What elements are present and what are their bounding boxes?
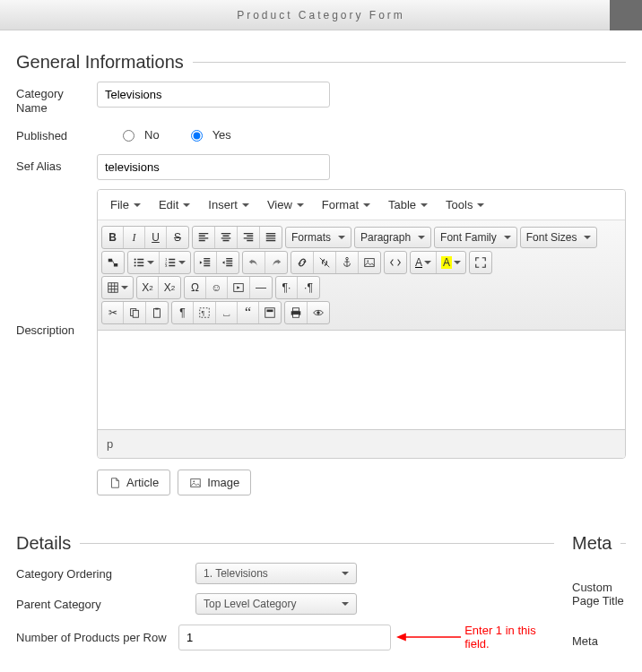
editor-menubar: File Edit Insert View Format Table Tools (98, 190, 625, 220)
fontsizes-dropdown[interactable]: Font Sizes (520, 227, 598, 248)
hr-button[interactable]: — (250, 277, 272, 298)
parent-category-select[interactable]: Top Level Category (195, 593, 357, 615)
nbsp-button[interactable]: ⎵ (216, 302, 238, 323)
svg-point-24 (194, 480, 195, 482)
image-button[interactable] (359, 252, 380, 273)
formats-dropdown[interactable]: Formats (285, 227, 351, 248)
blockquote-button[interactable]: “ (238, 302, 259, 323)
editor-toolbars: B I U S Formats (98, 220, 625, 331)
underline-button[interactable]: U (145, 227, 167, 248)
show-invisible-button[interactable]: ¶ (172, 302, 194, 323)
align-right-button[interactable] (238, 227, 260, 248)
page-title: Product Category Form (237, 9, 405, 22)
insert-image-button[interactable]: Image (178, 470, 251, 495)
svg-rect-14 (155, 308, 159, 310)
titlebar-right-block (610, 0, 642, 30)
bullet-list-button[interactable] (128, 252, 160, 273)
published-label: Published (16, 124, 97, 143)
align-justify-button[interactable] (260, 227, 282, 248)
category-ordering-select[interactable]: 1. Televisions (195, 563, 357, 584)
menu-file[interactable]: File (103, 194, 148, 216)
general-legend: General Informations (16, 52, 193, 73)
title-bar: Product Category Form (0, 0, 642, 30)
numbered-list-button[interactable]: 123 (160, 252, 190, 273)
sef-alias-label: Sef Alias (16, 154, 97, 174)
undo-button[interactable] (243, 252, 265, 273)
meta-fieldset: Meta Custom Page Title Meta (572, 533, 626, 648)
custom-page-title-label: Custom Page Title (572, 581, 626, 607)
svg-rect-18 (267, 310, 273, 313)
unlink-button[interactable] (314, 252, 336, 273)
strikethrough-button[interactable]: S (167, 227, 188, 248)
svg-rect-21 (293, 314, 299, 318)
link-button[interactable] (291, 252, 314, 273)
published-no-option[interactable]: No (118, 127, 160, 142)
emoticon-button[interactable]: ☺ (206, 277, 228, 298)
cut-button[interactable]: ✂ (102, 302, 124, 323)
paste-button[interactable] (146, 302, 168, 323)
table-button[interactable] (102, 277, 133, 298)
special-char-button[interactable]: Ω (185, 277, 206, 298)
preview-button[interactable] (308, 302, 329, 323)
find-replace-button[interactable] (102, 252, 124, 273)
bold-button[interactable]: B (102, 227, 124, 248)
menu-format[interactable]: Format (315, 194, 377, 216)
menu-tools[interactable]: Tools (438, 194, 491, 216)
published-yes-radio[interactable] (191, 130, 203, 142)
svg-rect-9 (108, 283, 118, 293)
redo-button[interactable] (265, 252, 287, 273)
menu-edit[interactable]: Edit (152, 194, 197, 216)
svg-rect-23 (191, 478, 201, 487)
template-button[interactable] (259, 302, 281, 323)
menu-insert[interactable]: Insert (201, 194, 256, 216)
paragraph-dropdown[interactable]: Paragraph (354, 227, 431, 248)
svg-rect-17 (265, 308, 275, 318)
published-yes-option[interactable]: Yes (187, 127, 231, 142)
svg-rect-19 (293, 308, 299, 312)
rtl-button[interactable]: ·¶ (298, 277, 319, 298)
menu-view[interactable]: View (260, 194, 311, 216)
svg-point-2 (134, 265, 136, 267)
media-button[interactable] (228, 277, 250, 298)
fullscreen-button[interactable] (470, 252, 491, 273)
sef-alias-input[interactable] (97, 154, 330, 180)
svg-rect-13 (154, 309, 160, 318)
general-fieldset: General Informations Category Name Publi… (16, 52, 626, 504)
indent-button[interactable] (217, 252, 239, 273)
italic-button[interactable]: I (124, 227, 145, 248)
annotation-text: Enter 1 in this field. (464, 624, 554, 650)
insert-article-button[interactable]: Article (97, 470, 170, 495)
svg-point-0 (134, 259, 136, 261)
align-left-button[interactable] (193, 227, 215, 248)
image-icon (189, 477, 202, 489)
copy-button[interactable] (124, 302, 146, 323)
meta-legend: Meta (572, 533, 620, 554)
menu-table[interactable]: Table (381, 194, 435, 216)
svg-point-8 (367, 261, 369, 263)
fontfamily-dropdown[interactable]: Font Family (434, 227, 517, 248)
products-per-row-input[interactable] (178, 625, 391, 650)
print-button[interactable] (285, 302, 308, 323)
meta-bottom-label: Meta (572, 634, 626, 648)
superscript-button[interactable]: X2 (159, 277, 180, 298)
category-name-input[interactable] (97, 82, 330, 108)
background-color-button[interactable]: A (437, 252, 465, 273)
file-icon (108, 477, 121, 489)
category-ordering-label: Category Ordering (16, 567, 195, 581)
products-per-row-label: Number of Products per Row (16, 631, 178, 644)
description-label: Description (16, 189, 97, 338)
svg-text:¶: ¶ (202, 310, 205, 316)
source-code-button[interactable] (385, 252, 406, 273)
svg-rect-12 (133, 311, 138, 318)
details-fieldset: Details Category Ordering 1. Televisions… (16, 533, 554, 659)
outdent-button[interactable] (195, 252, 217, 273)
text-color-button[interactable]: A (411, 252, 437, 273)
published-no-radio[interactable] (123, 130, 134, 142)
show-blocks-button[interactable]: ¶ (194, 302, 216, 323)
annotation-arrow: Enter 1 in this field. (396, 624, 554, 650)
subscript-button[interactable]: X2 (137, 277, 159, 298)
ltr-button[interactable]: ¶· (276, 277, 298, 298)
align-center-button[interactable] (215, 227, 238, 248)
editor-content-area[interactable] (98, 331, 625, 429)
anchor-button[interactable] (336, 252, 359, 273)
